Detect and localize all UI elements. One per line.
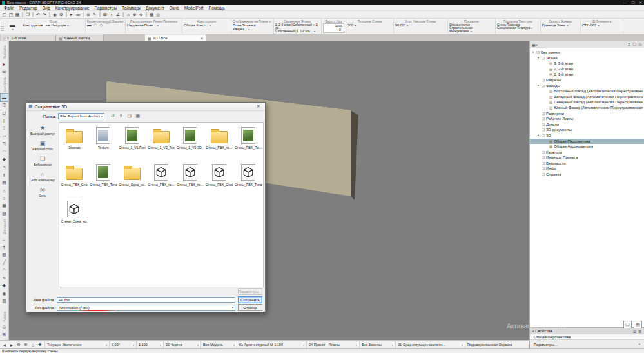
tree-item[interactable]: ❏ Рабочие Листы bbox=[530, 116, 644, 122]
toolbox-section-design[interactable]: Конструирование bbox=[3, 77, 6, 92]
object-tool-icon[interactable]: ⌂ bbox=[1, 187, 8, 194]
infobox-group[interactable]: Конструкция Общая Конст... bbox=[182, 19, 231, 34]
fit-view-icon[interactable]: ⌂ bbox=[125, 12, 132, 18]
tree-item[interactable]: ▤ Восточный Фасад (Автоматически Перестр… bbox=[530, 88, 644, 94]
quick-option[interactable]: 0,00° ▾ bbox=[109, 341, 136, 348]
toolbox-section-document[interactable]: Документирование bbox=[3, 219, 6, 234]
place-libraries[interactable]: ❏ Библиотеки bbox=[28, 156, 57, 166]
minimize-button[interactable]: — bbox=[623, 0, 627, 5]
menu-item[interactable]: Документ bbox=[143, 5, 167, 11]
camera-icon[interactable]: ◎ bbox=[155, 12, 161, 18]
options-button[interactable]: Параметры... bbox=[238, 288, 262, 295]
redo-icon[interactable]: ↷ bbox=[41, 12, 48, 18]
tree-item[interactable]: ❏ Индексы Проекта bbox=[530, 155, 644, 161]
tree-item[interactable]: ❏ Разрезы bbox=[530, 77, 644, 83]
infobox-group[interactable]: Расположение Линии Привязки Наружная Пов… bbox=[126, 19, 182, 34]
tree-expand-icon[interactable]: ▾ bbox=[536, 55, 540, 61]
menu-item[interactable]: Конструирование bbox=[53, 5, 92, 11]
view-settings-button[interactable]: Параметры... ▾ bbox=[530, 340, 644, 348]
place-network[interactable]: ◎ Сеть bbox=[28, 187, 57, 197]
up-folder-icon[interactable]: ↥ bbox=[117, 113, 124, 120]
shell-tool-icon[interactable]: ◠ bbox=[1, 148, 8, 156]
view-tab[interactable] bbox=[104, 34, 145, 41]
quick-option[interactable]: 1:100 ▾ bbox=[136, 341, 163, 348]
tree-expand-icon[interactable]: ▾ bbox=[536, 83, 540, 89]
view-tab[interactable]: ⌂ 1. 1-й этаж bbox=[1, 34, 56, 41]
quick-option[interactable]: Вся Модель ▾ bbox=[200, 341, 237, 348]
tree-item[interactable]: ▤ Южный Фасад (Автоматически Перестраива… bbox=[530, 105, 644, 111]
infobox-group-value[interactable]: 3000 0 bbox=[323, 23, 344, 33]
dialog-close-button[interactable]: ✕ bbox=[254, 103, 263, 110]
file-item[interactable]: Стены_FBX_По... bbox=[234, 124, 262, 161]
quick-option[interactable]: 01 Архитектурный М 1:100 ▾ bbox=[237, 341, 306, 348]
tree-item[interactable]: ❏ Развертки bbox=[530, 111, 644, 117]
infobox-group-value[interactable]: Определяется Строительными Материалами bbox=[449, 23, 494, 33]
place-desktop[interactable]: ▣ Рабочий стол bbox=[28, 140, 57, 151]
infobox-group-value[interactable]: 2. 2-й этаж (Собственный + 1) до... Собс… bbox=[275, 23, 320, 33]
infobox-group-value[interactable]: 90,00° bbox=[395, 23, 446, 28]
railing-tool-icon[interactable]: ‖ bbox=[1, 171, 8, 179]
guide-icon[interactable]: ∠ bbox=[115, 12, 121, 18]
back-icon[interactable]: ↺ bbox=[109, 113, 116, 120]
infobox-group-value[interactable]: Стена Подрезка Специальная Текстура bbox=[497, 23, 539, 30]
arrow-tool-icon[interactable]: ► bbox=[68, 12, 75, 18]
layers-icon[interactable]: ≣ bbox=[85, 12, 92, 18]
file-item[interactable]: Стены_Одна_но... bbox=[61, 197, 88, 234]
text-tool-icon[interactable]: T bbox=[1, 243, 8, 251]
menu-item[interactable]: Редактор bbox=[17, 5, 40, 11]
view-tab[interactable]: ▦ 3D / Все × bbox=[145, 34, 206, 41]
curtain-wall-tool-icon[interactable]: ▤ bbox=[1, 179, 8, 187]
infobox-group-value[interactable]: Граница Зоны bbox=[542, 23, 579, 28]
slab-tool-icon[interactable]: ▱ bbox=[1, 132, 8, 140]
infobox-group-value[interactable]: 300 bbox=[347, 23, 392, 28]
column-tool-icon[interactable]: ▯ bbox=[1, 117, 8, 125]
infobox-group-value[interactable]: Наружная Пове... bbox=[127, 23, 181, 28]
quick-option[interactable]: 04 Проект - Планы ▾ bbox=[306, 341, 359, 348]
separator[interactable] bbox=[146, 12, 147, 17]
search-icon[interactable]: ◉ bbox=[52, 12, 58, 18]
snap-icon[interactable]: ◗ bbox=[108, 12, 115, 18]
tree-item[interactable]: ▦ Общая Перспектива bbox=[530, 139, 644, 145]
infobox-group[interactable]: Связь с Зонами Граница Зоны bbox=[541, 19, 581, 34]
hotspot-tool-icon[interactable]: ✚ bbox=[1, 282, 8, 290]
filetype-select[interactable]: Twinmotion (*.fbx) ▾ bbox=[57, 305, 235, 311]
3d-view-icon[interactable]: ▦ bbox=[148, 12, 155, 18]
preview-page-icon[interactable]: ❏ bbox=[623, 321, 632, 328]
collapse-icon[interactable]: ▾ bbox=[532, 330, 534, 333]
file-item[interactable]: Стены_FBX_Слой bbox=[205, 161, 233, 197]
infobox-group[interactable]: Слои Конструктив...ые Несущие bbox=[21, 19, 86, 34]
file-item[interactable]: Стены_FBX_пс... bbox=[205, 124, 233, 161]
menu-item[interactable]: ModelPort bbox=[182, 5, 206, 11]
file-item[interactable]: Стены_1_V9-3D... bbox=[176, 124, 204, 161]
tree-item[interactable]: ▾ ❏ Фасады bbox=[530, 83, 644, 89]
tree-item[interactable]: ❏ Справка bbox=[530, 172, 644, 177]
figure-tool-icon[interactable]: ◉ bbox=[1, 290, 8, 298]
properties-header[interactable]: ▾ Свойства ⊞≣ bbox=[530, 328, 644, 334]
grid-icon[interactable]: ⊞ bbox=[102, 12, 108, 18]
lamp-tool-icon[interactable]: ○ bbox=[1, 194, 8, 202]
zoom-out-icon[interactable]: ⊖ bbox=[138, 12, 144, 18]
maximize-button[interactable]: ❐ bbox=[631, 0, 634, 5]
infobox-group[interactable]: Связанные Этажи: 2. 2-й этаж (Собственны… bbox=[274, 19, 322, 34]
arc-tool-icon[interactable]: ◠ bbox=[1, 267, 8, 274]
morph-tool-icon[interactable]: ◆ bbox=[1, 156, 8, 163]
separator[interactable] bbox=[83, 12, 84, 17]
file-item[interactable]: Стены_FBX_пс... bbox=[148, 161, 175, 197]
infobox-group-value[interactable]: СТН-002 bbox=[582, 23, 621, 28]
save-file-icon[interactable]: ▦ bbox=[14, 12, 21, 18]
separator[interactable] bbox=[122, 12, 124, 17]
separator[interactable] bbox=[99, 12, 101, 17]
spline-tool-icon[interactable]: ∿ bbox=[1, 274, 8, 282]
new-folder-icon[interactable]: ❏ bbox=[126, 113, 133, 120]
menu-item[interactable]: Вид bbox=[40, 5, 53, 11]
separator[interactable] bbox=[66, 12, 67, 17]
toolbox-section-selection[interactable]: Выборка bbox=[3, 43, 6, 59]
close-button[interactable]: ✕ bbox=[639, 0, 642, 5]
save-button[interactable]: Сохранить bbox=[238, 296, 262, 303]
stair-tool-icon[interactable]: ≡ bbox=[1, 163, 8, 171]
element-settings-button[interactable]: ▬ ▾ bbox=[5, 19, 21, 34]
door-tool-icon[interactable]: ◫ bbox=[1, 101, 8, 109]
dimension-tool-icon[interactable]: ↔ bbox=[1, 236, 8, 243]
tree-expand-icon[interactable]: ▾ bbox=[531, 50, 535, 55]
tree-item[interactable]: ▤ Северный Фасад (Автоматически Перестра… bbox=[530, 99, 644, 105]
